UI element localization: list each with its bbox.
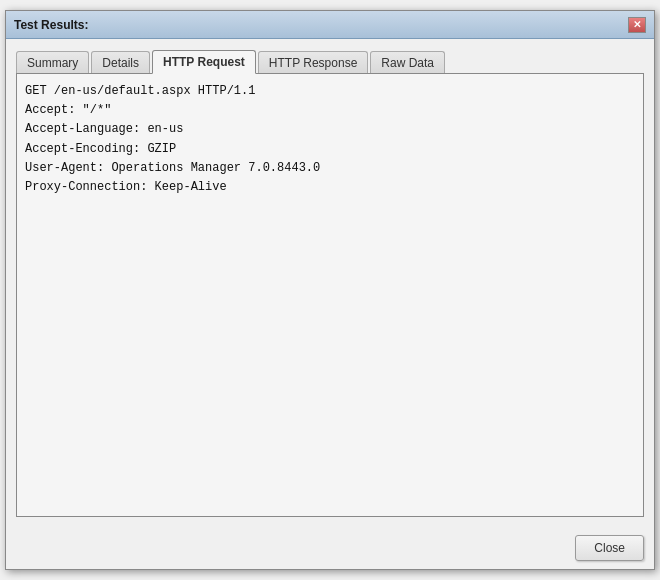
tab-raw-data[interactable]: Raw Data xyxy=(370,51,445,74)
title-bar-buttons: ✕ xyxy=(628,17,646,33)
window-close-button[interactable]: ✕ xyxy=(628,17,646,33)
title-bar: Test Results: ✕ xyxy=(6,11,654,39)
test-results-window: Test Results: ✕ Summary Details HTTP Req… xyxy=(5,10,655,570)
close-button[interactable]: Close xyxy=(575,535,644,561)
footer: Close xyxy=(6,527,654,569)
tab-http-response[interactable]: HTTP Response xyxy=(258,51,368,74)
http-request-content: GET /en-us/default.aspx HTTP/1.1 Accept:… xyxy=(25,82,635,508)
tabs-container: Summary Details HTTP Request HTTP Respon… xyxy=(16,49,644,73)
content-panel: GET /en-us/default.aspx HTTP/1.1 Accept:… xyxy=(16,73,644,517)
window-title: Test Results: xyxy=(14,18,88,32)
window-content: Summary Details HTTP Request HTTP Respon… xyxy=(6,39,654,527)
tab-details[interactable]: Details xyxy=(91,51,150,74)
tab-summary[interactable]: Summary xyxy=(16,51,89,74)
tab-http-request[interactable]: HTTP Request xyxy=(152,50,256,74)
